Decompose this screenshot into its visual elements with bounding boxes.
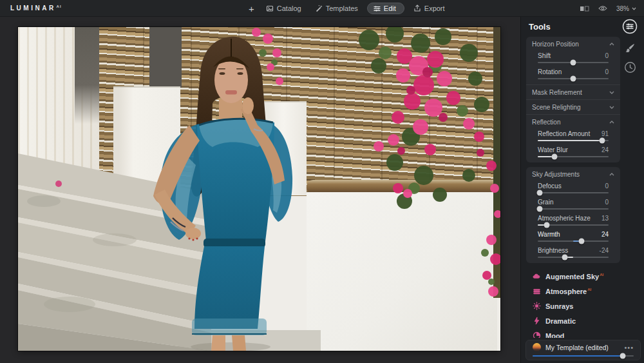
adjustment-cards: Horizon PositionShift0Rotation0Mask Refi…	[521, 37, 620, 263]
slider-value: 0	[605, 68, 609, 75]
slider-knob[interactable]	[571, 76, 576, 82]
ai-badge: AI	[587, 288, 591, 291]
slider-knob[interactable]	[571, 60, 576, 66]
slider-track-water-blur[interactable]	[538, 156, 609, 157]
template-thumbnail	[533, 343, 541, 351]
slider-label: Atmospheric Haze	[538, 215, 591, 222]
slider-atmospheric-haze: Atmospheric Haze13	[538, 215, 609, 226]
compare-icon[interactable]	[580, 5, 589, 12]
tool-augmented-sky[interactable]: Augmented SkyAI	[533, 269, 644, 284]
ai-badge: AI	[600, 273, 603, 277]
template-bar: My Template (edited) •••	[521, 338, 644, 363]
section-header-reflection[interactable]: Reflection	[526, 115, 620, 129]
topbar: LUMINARAI + Catalog Templates Edit Expor…	[0, 0, 644, 17]
slider-knob[interactable]	[552, 154, 558, 160]
slider-track-brightness[interactable]	[538, 257, 609, 258]
export-button[interactable]: Export	[409, 3, 450, 14]
topbar-nav: + Catalog Templates Edit Export	[246, 0, 450, 17]
sidebar-icon-rail	[619, 18, 641, 75]
history-icon[interactable]	[621, 59, 638, 75]
tool-atmosphere[interactable]: AtmosphereAI	[533, 284, 644, 299]
section-header-horizon-position[interactable]: Horizon Position	[526, 37, 620, 51]
template-strength-slider[interactable]	[533, 355, 634, 357]
slider-track-grain[interactable]	[538, 208, 609, 210]
chevron-up-icon	[609, 173, 614, 176]
section-reflection: ReflectionReflection Amount91Water Blur2…	[526, 114, 620, 157]
tool-label: Dramatic	[545, 317, 576, 325]
zoom-level: 38%	[616, 5, 629, 12]
section-title: Reflection	[532, 119, 560, 126]
section-header-sky-adjustments[interactable]: Sky Adjustments	[526, 167, 620, 181]
section-header-mask-refinement[interactable]: Mask Refinement	[526, 85, 620, 99]
slider-water-blur: Water Blur24	[538, 146, 609, 157]
template-slider-knob[interactable]	[620, 353, 625, 359]
preview-eye-icon[interactable]	[598, 5, 607, 12]
slider-label: Grain	[538, 199, 553, 206]
slider-track-rotation[interactable]	[538, 78, 609, 79]
edit-tools-icon[interactable]	[621, 18, 638, 35]
slider-value: 91	[601, 130, 609, 137]
slider-knob[interactable]	[537, 190, 543, 196]
slider-track-defocus[interactable]	[538, 192, 609, 193]
edit-button[interactable]: Edit	[367, 3, 404, 14]
slider-label: Brightness	[538, 247, 568, 254]
brush-icon[interactable]	[621, 39, 638, 56]
slider-track-warmth[interactable]	[538, 240, 609, 242]
tool-label: AtmosphereAI	[545, 288, 591, 295]
slider-value: -24	[600, 247, 609, 254]
slider-knob[interactable]	[544, 222, 550, 228]
sidebar-tools-panel: Tools Horizon PositionShift0Rotation0Mas…	[520, 17, 644, 363]
slider-label: Rotation	[538, 68, 562, 75]
tool-label: Augmented SkyAI	[545, 273, 603, 280]
slider-brightness: Brightness-24	[538, 247, 609, 258]
adjustment-card: Horizon PositionShift0Rotation0Mask Refi…	[526, 37, 620, 162]
photo-canvas[interactable]	[18, 27, 500, 351]
slider-track-atmospheric-haze[interactable]	[538, 224, 609, 226]
template-name: My Template (edited)	[545, 344, 620, 351]
slider-knob[interactable]	[600, 138, 605, 144]
section-mask-refinement: Mask Refinement	[526, 84, 620, 99]
section-title: Scene Relighting	[532, 104, 581, 111]
slider-track-shift[interactable]	[538, 62, 609, 63]
adjustment-card: Sky AdjustmentsDefocus0Grain0Atmospheric…	[526, 167, 620, 263]
slider-label: Reflection Amount	[538, 130, 590, 137]
slider-value: 24	[601, 146, 609, 153]
catalog-button[interactable]: Catalog	[261, 3, 306, 14]
slider-label: Water Blur	[538, 146, 568, 153]
section-scene-relighting: Scene Relighting	[526, 99, 620, 114]
zoom-control[interactable]: 38%	[616, 5, 636, 12]
tool-dramatic[interactable]: Dramatic	[533, 313, 644, 328]
chevron-up-icon	[609, 43, 614, 46]
section-sky-adjustments: Sky AdjustmentsDefocus0Grain0Atmospheric…	[526, 167, 620, 258]
slider-value: 24	[601, 231, 609, 238]
templates-button[interactable]: Templates	[310, 3, 363, 14]
edit-sliders-icon	[374, 5, 381, 12]
template-menu-button[interactable]: •••	[624, 344, 634, 351]
slider-shift: Shift0	[538, 52, 609, 63]
slider-defocus: Defocus0	[538, 182, 609, 193]
slider-value: 0	[605, 182, 609, 190]
cloud-icon	[533, 272, 541, 280]
slider-knob[interactable]	[537, 206, 543, 212]
luminar-app: LUMINARAI + Catalog Templates Edit Expor…	[0, 0, 644, 363]
slider-value: 13	[601, 215, 609, 222]
sun-icon	[533, 302, 541, 310]
template-item[interactable]: My Template (edited) •••	[526, 340, 641, 360]
logo-ai-superscript: AI	[57, 5, 62, 8]
slider-track-reflection-amount[interactable]	[538, 140, 609, 141]
app-logo: LUMINARAI	[10, 5, 62, 12]
chevron-down-icon	[609, 106, 614, 109]
section-header-scene-relighting[interactable]: Scene Relighting	[526, 100, 620, 114]
section-title: Horizon Position	[532, 41, 579, 48]
slider-knob[interactable]	[579, 239, 585, 244]
slider-label: Shift	[538, 52, 551, 59]
atmosphere-icon	[533, 287, 541, 295]
tool-sunrays[interactable]: Sunrays	[533, 299, 644, 313]
chevron-down-icon	[609, 91, 614, 94]
section-title: Sky Adjustments	[532, 171, 580, 178]
add-button[interactable]: +	[246, 3, 257, 14]
chevron-down-icon	[632, 7, 636, 10]
slider-label: Defocus	[538, 182, 562, 190]
slider-knob[interactable]	[562, 255, 567, 260]
catalog-icon	[266, 5, 274, 12]
